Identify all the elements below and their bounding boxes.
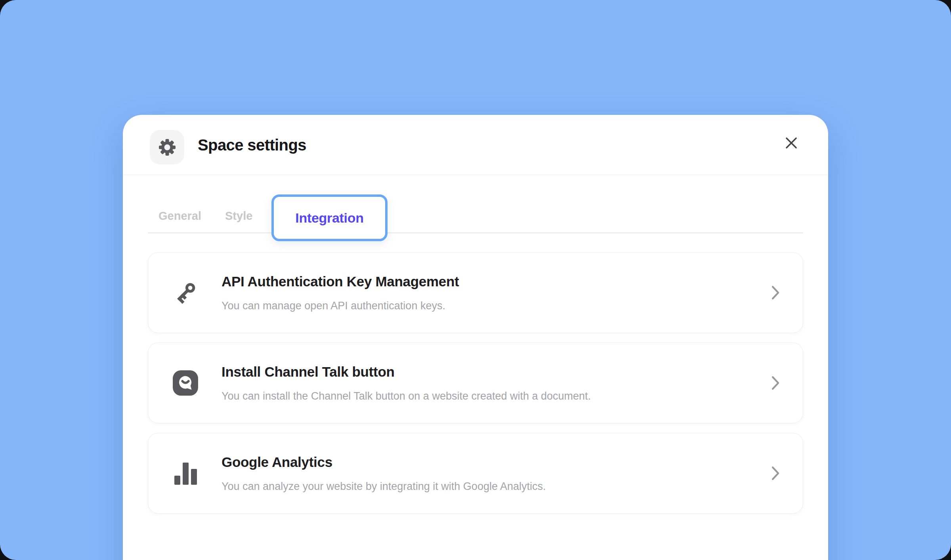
bar-chart-icon	[172, 460, 199, 486]
space-settings-dialog: Space settings General Style Integration	[123, 115, 828, 560]
channel-talk-icon	[172, 370, 199, 396]
chevron-right-icon	[771, 285, 780, 300]
tab-integration[interactable]: Integration	[271, 194, 388, 241]
close-button[interactable]	[781, 133, 802, 153]
gear-icon	[156, 136, 178, 158]
card-description: You can manage open API authentication k…	[222, 299, 459, 312]
desktop-background: Space settings General Style Integration	[0, 0, 951, 560]
card-title: API Authentication Key Management	[222, 273, 459, 290]
list-item-google-analytics[interactable]: Google Analytics You can analyze your we…	[148, 433, 803, 514]
card-title: Install Channel Talk button	[222, 363, 591, 381]
card-text-block: Install Channel Talk button You can inst…	[222, 363, 591, 403]
card-description: You can install the Channel Talk button …	[222, 389, 591, 403]
tab-style[interactable]: Style	[225, 210, 252, 223]
dialog-title: Space settings	[198, 136, 306, 154]
dialog-icon-box	[150, 130, 184, 164]
list-item-api-key-management[interactable]: API Authentication Key Management You ca…	[148, 252, 803, 333]
card-text-block: Google Analytics You can analyze your we…	[222, 453, 546, 493]
card-text-block: API Authentication Key Management You ca…	[222, 273, 459, 312]
card-description: You can analyze your website by integrat…	[222, 480, 546, 493]
tabbar-divider	[148, 232, 803, 233]
list-item-channel-talk[interactable]: Install Channel Talk button You can inst…	[148, 343, 803, 423]
tab-general[interactable]: General	[158, 210, 201, 223]
chevron-right-icon	[771, 375, 780, 390]
close-icon	[783, 135, 799, 151]
chevron-right-icon	[771, 466, 780, 481]
header-divider	[123, 175, 828, 175]
card-title: Google Analytics	[222, 453, 546, 471]
key-icon	[172, 280, 199, 306]
